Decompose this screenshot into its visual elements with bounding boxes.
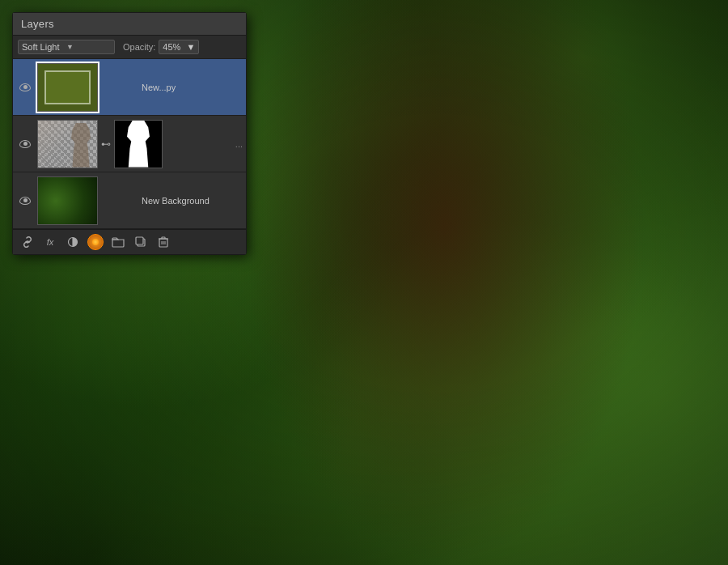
opacity-dropdown[interactable]: 45% ▼	[159, 40, 199, 54]
mask-thumb-black	[115, 121, 162, 168]
layer-visibility-toggle[interactable]	[16, 197, 34, 205]
layer-thumbnails	[37, 63, 138, 112]
opacity-label: Opacity:	[123, 42, 155, 52]
panel-header: Layers	[13, 13, 246, 36]
layer-thumbnails	[37, 176, 138, 225]
opacity-value-text: 45%	[163, 42, 180, 52]
layer-name: New Background	[142, 196, 243, 206]
layer-row[interactable]: New Background	[13, 172, 246, 229]
eye-icon	[19, 197, 31, 205]
blend-mode-value: Soft Light	[22, 42, 66, 52]
layer-row[interactable]: ⊷ ...	[13, 116, 246, 172]
fx-button[interactable]: fx	[42, 234, 58, 250]
chevron-down-icon: ▼	[66, 43, 111, 51]
layer-row[interactable]: New...py	[13, 59, 246, 116]
svg-rect-2	[136, 237, 143, 244]
layer-main-thumbnail	[37, 120, 98, 168]
mask-white-figure	[125, 121, 153, 168]
layers-list: New...py ⊷ ...	[13, 59, 246, 229]
layer-main-thumbnail	[37, 176, 98, 225]
eye-icon	[19, 140, 31, 148]
adjustment-layer-button[interactable]	[65, 234, 81, 250]
person-silhouette	[69, 123, 93, 168]
layer-thumb-person	[38, 121, 97, 168]
eye-icon	[19, 83, 31, 91]
panel-footer: fx	[13, 229, 246, 254]
chain-icon: ⊷	[101, 138, 111, 150]
layer-extra-icon: ...	[235, 139, 243, 149]
layer-thumb-green	[38, 64, 97, 111]
link-icon[interactable]	[19, 234, 36, 250]
panel-toolbar: Soft Light ▼ Opacity: 45% ▼	[13, 36, 246, 59]
layer-thumb-bg	[38, 177, 97, 224]
layer-thumbnails: ⊷	[37, 120, 231, 168]
layer-visibility-toggle[interactable]	[16, 83, 34, 91]
new-group-button[interactable]	[110, 234, 126, 250]
delete-layer-button[interactable]	[155, 234, 171, 250]
blend-mode-dropdown[interactable]: Soft Light ▼	[18, 40, 115, 54]
layer-visibility-toggle[interactable]	[16, 140, 34, 148]
opacity-chevron-icon: ▼	[186, 42, 195, 52]
layers-panel: Layers Soft Light ▼ Opacity: 45% ▼	[12, 12, 247, 255]
fx-icon: fx	[47, 237, 54, 247]
layer-mask-thumbnail	[114, 120, 163, 168]
layer-name: New...py	[142, 83, 243, 92]
layer-main-thumbnail	[37, 63, 98, 112]
new-layer-button[interactable]	[133, 234, 149, 250]
panel-title: Layers	[21, 18, 54, 30]
gradient-map-button[interactable]	[87, 234, 104, 250]
layer-thumb-inner	[44, 70, 91, 104]
